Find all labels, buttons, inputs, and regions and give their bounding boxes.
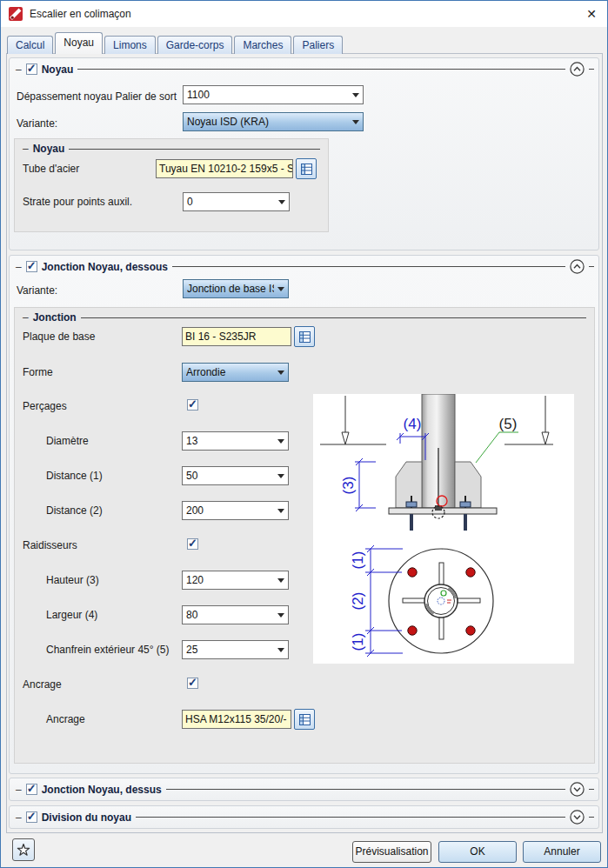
groupbox-noyau: Noyau Tube d'acier Tuyau EN 10210-2 159x… [14, 138, 329, 232]
dash [16, 261, 22, 273]
section-noyau-checkbox[interactable] [26, 63, 37, 75]
chevron-down-icon [277, 578, 284, 583]
tube-acier-field[interactable]: Tuyau EN 10210-2 159x5 - S [156, 159, 293, 178]
variante2-value: Jonction de base ISD [187, 283, 274, 295]
percages-label: Perçages [23, 397, 67, 416]
dash [23, 143, 29, 155]
chevron-down-icon [277, 648, 284, 652]
group-title: Jonction [33, 311, 77, 324]
largeur-label: Largeur (4) [46, 605, 97, 624]
raidisseurs-checkbox[interactable] [187, 538, 198, 550]
percages-checkbox[interactable] [187, 399, 198, 411]
distance2-label: Distance (2) [46, 501, 103, 520]
dash [23, 311, 29, 324]
strate-label: Strate pour points auxil. [23, 192, 132, 211]
expand-chevron-down-icon[interactable] [570, 782, 585, 797]
tab-marches[interactable]: Marches [234, 36, 291, 54]
divider [77, 69, 565, 70]
section-jonction-dessus-checkbox[interactable] [26, 784, 37, 795]
raidisseurs-label: Raidisseurs [23, 536, 77, 555]
forme-label: Forme [23, 363, 53, 382]
forme-combobox[interactable]: Arrondie [182, 363, 289, 382]
dash [16, 63, 22, 76]
groupbox-jonction-header: Jonction [15, 308, 594, 324]
diametre-combobox[interactable]: 13 [182, 431, 289, 451]
chevron-down-icon [277, 439, 284, 444]
chevron-down-icon [277, 474, 284, 478]
window-title: Escalier en colimaçon [30, 1, 131, 27]
variante2-combobox[interactable]: Jonction de base ISD [183, 279, 289, 298]
groupbox-noyau-header: Noyau [15, 139, 328, 155]
diametre-label: Diamètre [46, 431, 89, 451]
ok-button[interactable]: OK [438, 841, 517, 863]
divider [166, 789, 565, 790]
dash [16, 811, 22, 824]
depassement-combobox[interactable]: 1100 [183, 85, 364, 104]
divider [136, 817, 565, 818]
dash [16, 784, 22, 796]
chanfrein-combobox[interactable]: 25 [182, 640, 289, 659]
distance1-label: Distance (1) [46, 466, 103, 485]
distance1-combobox[interactable]: 50 [182, 466, 289, 485]
chevron-down-icon [277, 287, 284, 291]
tab-garde-corps[interactable]: Garde-corps [157, 36, 233, 54]
tab-limons[interactable]: Limons [104, 36, 156, 54]
section-title: Jonction Noyau, dessus [42, 784, 162, 796]
ancrage-field[interactable]: HSA M12x115 35/20/- [182, 710, 291, 729]
tab-paliers[interactable]: Paliers [293, 36, 343, 54]
collapse-chevron-up-icon[interactable] [570, 259, 585, 274]
variante2-label: Variante: [17, 281, 57, 300]
chevron-down-icon [352, 93, 359, 97]
tube-acier-browse-button[interactable] [296, 158, 317, 179]
hauteur-combobox[interactable]: 120 [182, 571, 289, 590]
chevron-down-icon [352, 120, 359, 124]
titlebar: Escalier en colimaçon ✕ [1, 1, 607, 27]
chanfrein-value: 25 [186, 644, 274, 656]
chanfrein-label: Chanfrein extérieur 45° (5) [46, 640, 170, 659]
variante-value: Noyau ISD (KRA) [187, 116, 349, 128]
cancel-button[interactable]: Annuler [523, 841, 601, 863]
depassement-label: Dépassement noyau Palier de sort [17, 87, 177, 106]
diametre-value: 13 [186, 435, 274, 447]
divider [589, 266, 594, 267]
chevron-down-icon [277, 509, 284, 513]
tab-calcul[interactable]: Calcul [7, 36, 53, 54]
section-title: Division du noyau [42, 811, 131, 824]
divider [589, 789, 594, 790]
hauteur-label: Hauteur (3) [46, 571, 99, 590]
divider [69, 149, 320, 150]
section-jonction-dessous: Jonction Noyau, dessous Variante: Joncti… [9, 255, 599, 774]
divider [81, 317, 586, 318]
plaque-browse-button[interactable] [294, 326, 315, 347]
depassement-value: 1100 [187, 89, 349, 101]
section-jonction-dessus: Jonction Noyau, dessus [9, 778, 599, 801]
divider [172, 266, 565, 267]
largeur-combobox[interactable]: 80 [182, 605, 289, 624]
tab-noyau[interactable]: Noyau [55, 32, 103, 54]
expand-chevron-down-icon[interactable] [570, 810, 585, 825]
favorites-star-icon [17, 843, 30, 857]
dialog-escalier: Escalier en colimaçon ✕ Calcul Noyau Lim… [0, 0, 608, 868]
plaque-field[interactable]: BI 16 - S235JR [182, 327, 291, 346]
dim-1-bottom-label: (1) [350, 633, 366, 651]
favorites-button[interactable] [12, 838, 35, 861]
distance2-value: 200 [186, 504, 274, 517]
collapse-chevron-up-icon[interactable] [570, 62, 585, 77]
close-icon[interactable]: ✕ [578, 1, 605, 27]
table-icon [299, 331, 311, 343]
ancrage-checkbox[interactable] [187, 678, 198, 689]
preview-button[interactable]: Prévisualisation [352, 841, 431, 863]
forme-value: Arrondie [186, 366, 274, 378]
chevron-down-icon [278, 200, 285, 204]
dim-5-label: (5) [499, 416, 518, 432]
divider [589, 69, 594, 70]
variante-combobox[interactable]: Noyau ISD (KRA) [183, 112, 364, 131]
distance2-combobox[interactable]: 200 [182, 501, 289, 520]
strate-combobox[interactable]: 0 [183, 192, 290, 211]
chevron-down-icon [277, 613, 284, 618]
section-jonction-dessous-checkbox[interactable] [26, 261, 37, 272]
plaque-label: Plaque de base [23, 327, 95, 346]
section-division-noyau-header: Division du noyau [10, 808, 598, 826]
ancrage-browse-button[interactable] [294, 709, 315, 730]
section-division-noyau-checkbox[interactable] [26, 811, 37, 823]
